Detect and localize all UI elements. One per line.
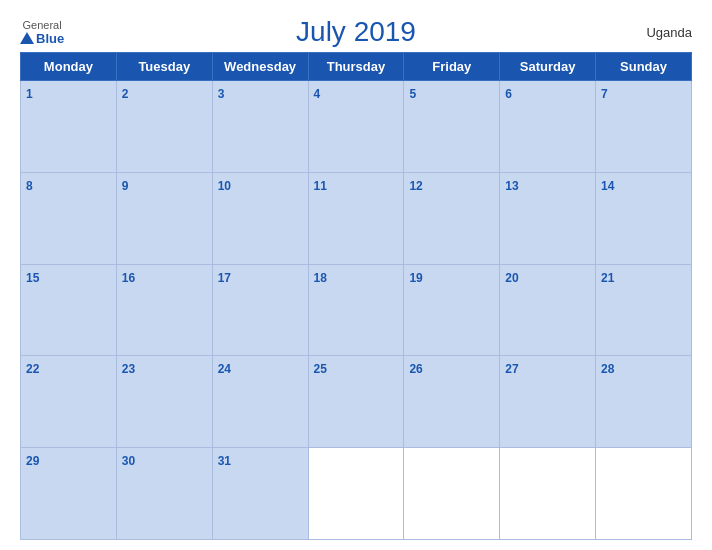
table-cell: 23: [116, 356, 212, 448]
table-cell: 17: [212, 264, 308, 356]
table-cell-empty: [308, 448, 404, 540]
generalblue-logo: General Blue: [20, 19, 64, 46]
table-cell: 3: [212, 81, 308, 173]
table-cell-empty: [596, 448, 692, 540]
calendar-table: Monday Tuesday Wednesday Thursday Friday…: [20, 52, 692, 540]
table-cell: 12: [404, 172, 500, 264]
table-cell: 26: [404, 356, 500, 448]
table-row: 8 9 10 11 12 13 14: [21, 172, 692, 264]
table-cell: 19: [404, 264, 500, 356]
table-row: 15 16 17 18 19 20 21: [21, 264, 692, 356]
table-cell: 13: [500, 172, 596, 264]
table-cell: 2: [116, 81, 212, 173]
table-cell: 29: [21, 448, 117, 540]
table-cell-empty: [500, 448, 596, 540]
page-title: July 2019: [296, 16, 416, 48]
table-cell: 24: [212, 356, 308, 448]
table-row: 22 23 24 25 26 27 28: [21, 356, 692, 448]
table-cell: 8: [21, 172, 117, 264]
table-cell: 9: [116, 172, 212, 264]
table-cell: 21: [596, 264, 692, 356]
col-saturday: Saturday: [500, 53, 596, 81]
table-cell-empty: [404, 448, 500, 540]
table-cell: 7: [596, 81, 692, 173]
col-friday: Friday: [404, 53, 500, 81]
table-cell: 15: [21, 264, 117, 356]
col-wednesday: Wednesday: [212, 53, 308, 81]
weekday-header-row: Monday Tuesday Wednesday Thursday Friday…: [21, 53, 692, 81]
table-cell: 22: [21, 356, 117, 448]
table-cell: 4: [308, 81, 404, 173]
col-tuesday: Tuesday: [116, 53, 212, 81]
col-thursday: Thursday: [308, 53, 404, 81]
logo-general-text: General: [23, 19, 62, 31]
table-cell: 20: [500, 264, 596, 356]
table-cell: 14: [596, 172, 692, 264]
table-cell: 10: [212, 172, 308, 264]
col-monday: Monday: [21, 53, 117, 81]
table-cell: 25: [308, 356, 404, 448]
table-cell: 5: [404, 81, 500, 173]
logo-triangle-icon: [20, 32, 34, 44]
table-cell: 6: [500, 81, 596, 173]
calendar-header: General Blue July 2019 Uganda: [20, 16, 692, 48]
logo-blue-text: Blue: [20, 31, 64, 46]
table-cell: 16: [116, 264, 212, 356]
table-cell: 28: [596, 356, 692, 448]
col-sunday: Sunday: [596, 53, 692, 81]
table-cell: 11: [308, 172, 404, 264]
table-cell: 30: [116, 448, 212, 540]
table-cell: 1: [21, 81, 117, 173]
table-row: 29 30 31: [21, 448, 692, 540]
table-cell: 18: [308, 264, 404, 356]
table-row: 1 2 3 4 5 6 7: [21, 81, 692, 173]
country-label: Uganda: [646, 25, 692, 40]
table-cell: 27: [500, 356, 596, 448]
table-cell: 31: [212, 448, 308, 540]
